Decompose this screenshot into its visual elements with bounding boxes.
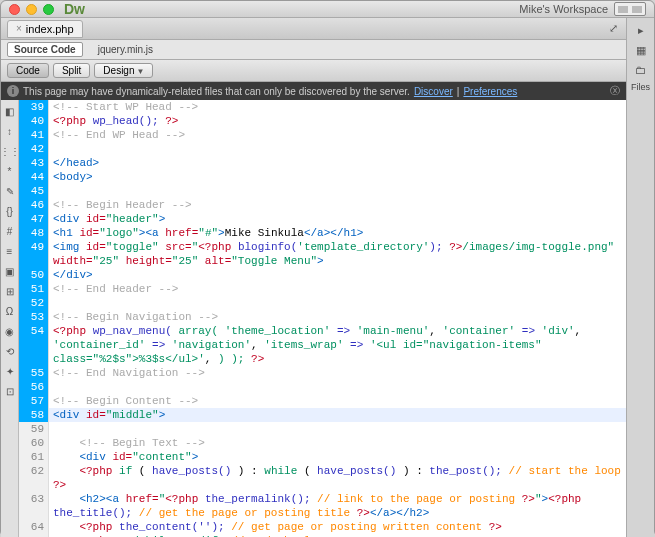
- design-view-button[interactable]: Design▼: [94, 63, 153, 78]
- code-line[interactable]: [49, 422, 626, 436]
- code-line[interactable]: <!-- End Header -->: [49, 282, 626, 296]
- file-tab-index[interactable]: × index.php: [7, 20, 83, 38]
- code-line[interactable]: ?>: [49, 478, 626, 492]
- code-line[interactable]: <img id="toggle" src="<?php bloginfo('te…: [49, 240, 626, 254]
- dynamic-files-info-bar: i This page may have dynamically-related…: [1, 82, 626, 100]
- tool-icon[interactable]: ⊞: [3, 284, 17, 298]
- code-view-button[interactable]: Code: [7, 63, 49, 78]
- tool-icon[interactable]: ≡: [3, 244, 17, 258]
- document-tabs: × index.php ⤢: [1, 18, 626, 40]
- related-file-tab[interactable]: jquery.min.js: [91, 42, 160, 57]
- files-panel-icon[interactable]: 🗀: [633, 62, 649, 78]
- code-line[interactable]: </div>: [49, 268, 626, 282]
- code-line[interactable]: [49, 142, 626, 156]
- code-line[interactable]: <?php wp_head(); ?>: [49, 114, 626, 128]
- source-code-tab[interactable]: Source Code: [7, 42, 83, 57]
- code-line[interactable]: <!-- Begin Content -->: [49, 394, 626, 408]
- line-number: 40: [19, 114, 48, 128]
- main-area: × index.php ⤢ Source Code jquery.min.js …: [1, 18, 654, 537]
- line-number: 64: [19, 520, 48, 534]
- panel-toggle-icon[interactable]: ▸: [633, 22, 649, 38]
- info-sep: |: [457, 86, 460, 97]
- discover-link[interactable]: Discover: [414, 86, 453, 97]
- line-number: 46: [19, 198, 48, 212]
- code-line[interactable]: <!-- Begin Navigation -->: [49, 310, 626, 324]
- tool-icon[interactable]: *: [3, 164, 17, 178]
- line-number: 52: [19, 296, 48, 310]
- line-number: 56: [19, 380, 48, 394]
- document-area: × index.php ⤢ Source Code jquery.min.js …: [1, 18, 626, 537]
- line-number: 62: [19, 464, 48, 478]
- layout-icon[interactable]: [614, 2, 646, 16]
- line-number: 45: [19, 184, 48, 198]
- code-line[interactable]: [49, 380, 626, 394]
- line-number: 41: [19, 128, 48, 142]
- insert-panel-icon[interactable]: ▦: [633, 42, 649, 58]
- line-number: [19, 254, 48, 268]
- code-line[interactable]: class="%2$s">%3$s</ul>', ) ); ?>: [49, 352, 626, 366]
- close-tab-icon[interactable]: ×: [16, 23, 22, 34]
- split-view-button[interactable]: Split: [53, 63, 90, 78]
- code-toolbar: ◧ ↕ ⋮⋮ * ✎ {} # ≡ ▣ ⊞ Ω ◉ ⟲ ✦ ⊡: [1, 100, 19, 537]
- line-number-gutter: 3940414243444546474849505152535455565758…: [19, 100, 49, 537]
- line-number: 53: [19, 310, 48, 324]
- line-number: [19, 338, 48, 352]
- code-line[interactable]: [49, 184, 626, 198]
- code-line[interactable]: <h1 id="logo"><a href="#">Mike Sinkula</…: [49, 226, 626, 240]
- code-line[interactable]: <!-- End Navigation -->: [49, 366, 626, 380]
- close-window-button[interactable]: [9, 4, 20, 15]
- code-line[interactable]: <div id="header">: [49, 212, 626, 226]
- code-line[interactable]: the_title(); // get the page or posting …: [49, 506, 626, 520]
- tool-icon[interactable]: #: [3, 224, 17, 238]
- code-line[interactable]: [49, 296, 626, 310]
- line-number: 54: [19, 324, 48, 338]
- code-line[interactable]: <div id="middle">: [49, 408, 626, 422]
- app-window: Dw Mike's Workspace × index.php ⤢ Source…: [0, 0, 655, 537]
- line-number: 42: [19, 142, 48, 156]
- code-line[interactable]: 'container_id' => 'navigation', 'items_w…: [49, 338, 626, 352]
- code-line[interactable]: </head>: [49, 156, 626, 170]
- code-line[interactable]: <!-- Begin Header -->: [49, 198, 626, 212]
- code-line[interactable]: <?php if ( have_posts() ) : while ( have…: [49, 464, 626, 478]
- code-line[interactable]: <h2><a href="<?php the_permalink(); // l…: [49, 492, 626, 506]
- related-files-bar: Source Code jquery.min.js: [1, 40, 626, 60]
- window-controls: [9, 4, 54, 15]
- tool-icon[interactable]: ↕: [3, 124, 17, 138]
- code-line[interactable]: <?php the_content(''); // get page or po…: [49, 520, 626, 534]
- tool-icon[interactable]: ⋮⋮: [3, 144, 17, 158]
- tool-icon[interactable]: ◧: [3, 104, 17, 118]
- line-number: 63: [19, 492, 48, 506]
- info-bar-text: This page may have dynamically-related f…: [23, 86, 410, 97]
- workspace-menu[interactable]: Mike's Workspace: [519, 3, 608, 15]
- code-editor[interactable]: 3940414243444546474849505152535455565758…: [19, 100, 626, 537]
- zoom-window-button[interactable]: [43, 4, 54, 15]
- minimize-window-button[interactable]: [26, 4, 37, 15]
- tool-icon[interactable]: ▣: [3, 264, 17, 278]
- info-close-icon[interactable]: ⓧ: [610, 84, 620, 98]
- code-line[interactable]: <body>: [49, 170, 626, 184]
- line-number: 39: [19, 100, 48, 114]
- tool-icon[interactable]: Ω: [3, 304, 17, 318]
- tool-icon[interactable]: ✎: [3, 184, 17, 198]
- tool-icon[interactable]: ⟲: [3, 344, 17, 358]
- code-line[interactable]: <!-- Start WP Head -->: [49, 100, 626, 114]
- tool-icon[interactable]: ✦: [3, 364, 17, 378]
- code-line[interactable]: <div id="content">: [49, 450, 626, 464]
- line-number: 43: [19, 156, 48, 170]
- code-line[interactable]: <!-- Begin Text -->: [49, 436, 626, 450]
- tool-icon[interactable]: ◉: [3, 324, 17, 338]
- preferences-link[interactable]: Preferences: [463, 86, 517, 97]
- code-line[interactable]: width="25" height="25" alt="Toggle Menu"…: [49, 254, 626, 268]
- line-number: 49: [19, 240, 48, 254]
- code-line[interactable]: <!-- End WP Head -->: [49, 128, 626, 142]
- line-number: [19, 506, 48, 520]
- app-name: Dw: [64, 1, 85, 17]
- tool-icon[interactable]: {}: [3, 204, 17, 218]
- code-line[interactable]: <?php wp_nav_menu( array( 'theme_locatio…: [49, 324, 626, 338]
- code-content[interactable]: <!-- Start WP Head --><?php wp_head(); ?…: [49, 100, 626, 537]
- files-panel-label[interactable]: Files: [631, 82, 650, 92]
- expand-icon[interactable]: ⤢: [606, 22, 620, 36]
- tool-icon[interactable]: ⊡: [3, 384, 17, 398]
- editor-row: ◧ ↕ ⋮⋮ * ✎ {} # ≡ ▣ ⊞ Ω ◉ ⟲ ✦ ⊡: [1, 100, 626, 537]
- line-number: 48: [19, 226, 48, 240]
